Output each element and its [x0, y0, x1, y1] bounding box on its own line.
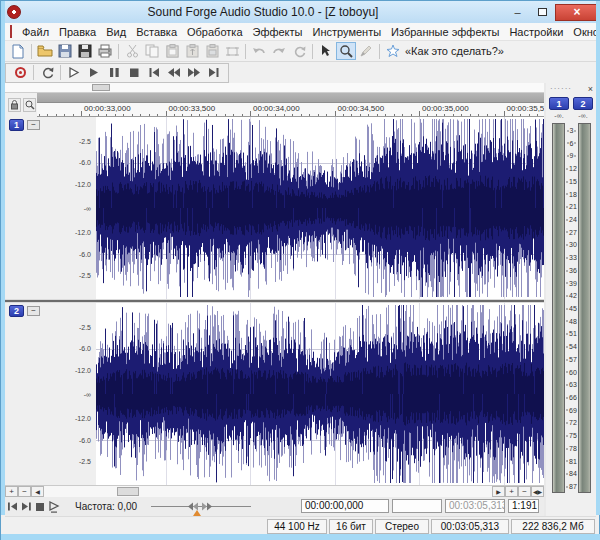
ruler-minor-tick: [436, 114, 437, 116]
open-button[interactable]: [35, 42, 55, 60]
undo-button[interactable]: [249, 42, 269, 60]
forward-button[interactable]: [184, 64, 204, 82]
menu-item-1[interactable]: Файл: [17, 24, 54, 40]
paste-insert-button[interactable]: [182, 42, 202, 60]
maximize-button[interactable]: [530, 4, 555, 21]
zoom-in-button[interactable]: +: [505, 486, 518, 497]
menu-item-6[interactable]: Эффекты: [248, 24, 308, 40]
menu-item-8[interactable]: Избранные эффекты: [386, 24, 504, 40]
magnify-corner-button[interactable]: [23, 98, 36, 112]
ruler-major-tick: [419, 111, 420, 116]
scroll-right-button[interactable]: ▶: [492, 486, 505, 497]
menu-item-3[interactable]: Вид: [101, 24, 131, 40]
lock-button[interactable]: [8, 98, 21, 112]
ruler-minor-tick: [115, 114, 116, 116]
channel-2-collapse-button[interactable]: −: [27, 306, 40, 316]
scrub-slider[interactable]: [151, 500, 251, 514]
repeat-button[interactable]: [289, 42, 309, 60]
scrub-center-marker: [193, 510, 201, 516]
menu-item-2[interactable]: Правка: [54, 24, 101, 40]
print-icon: [97, 44, 113, 58]
trim-button[interactable]: [222, 42, 242, 60]
pencil-tool-button[interactable]: [356, 42, 376, 60]
meter-channel-1-button[interactable]: 1: [549, 97, 569, 110]
ruler-minor-tick: [275, 114, 276, 116]
position-display[interactable]: 00:00:00,000: [301, 499, 389, 513]
magnify-tool-button[interactable]: [336, 42, 356, 60]
howto-label[interactable]: «Как это сделать?»: [405, 45, 504, 57]
save-button[interactable]: [55, 42, 75, 60]
new-file-button[interactable]: [8, 42, 28, 60]
mini-play-button[interactable]: [47, 500, 61, 514]
zoom-in-time-button[interactable]: +: [5, 486, 18, 497]
db-label--12.0: -12.0: [75, 415, 91, 422]
channel-2-badge[interactable]: 2: [9, 305, 24, 317]
time-ruler[interactable]: 00:00:33,00000:00:33,50000:00:34,00000:0…: [37, 103, 544, 117]
channel-1-badge[interactable]: 1: [9, 119, 24, 131]
save-as-button[interactable]: [75, 42, 95, 60]
document-icon[interactable]: [10, 25, 12, 38]
cut-button[interactable]: [122, 42, 142, 60]
ruler-minor-tick: [487, 114, 488, 116]
menu-item-4[interactable]: Вставка: [131, 24, 182, 40]
hscroll-track[interactable]: [44, 486, 492, 497]
pause-button[interactable]: [104, 64, 124, 82]
ruler-label-2: 00:00:34,000: [253, 104, 300, 113]
level-meter-right: [578, 123, 591, 493]
position-band[interactable]: [37, 93, 544, 103]
loop-playback-button[interactable]: [37, 64, 57, 82]
ruler-minor-tick: [267, 114, 268, 116]
waveform-channel-2[interactable]: [96, 303, 544, 485]
meter-channel-2-button[interactable]: 2: [573, 97, 593, 110]
mini-go-start-button[interactable]: [5, 500, 19, 514]
mini-go-end-button[interactable]: [19, 500, 33, 514]
redo-button[interactable]: [269, 42, 289, 60]
channel-1-collapse-button[interactable]: −: [27, 120, 40, 130]
db-label--6.0: -6.0: [79, 251, 91, 258]
overview-thumb[interactable]: [92, 84, 110, 91]
print-button[interactable]: [95, 42, 115, 60]
play-button[interactable]: [84, 64, 104, 82]
ruler-minor-tick: [174, 114, 175, 116]
overview-bar[interactable]: [5, 83, 544, 93]
go-to-start-icon: [148, 66, 160, 79]
edit-tool-button[interactable]: [316, 42, 336, 60]
length-display[interactable]: 00:03:05,313: [445, 499, 505, 513]
scroll-left-button[interactable]: ◀: [31, 486, 44, 497]
paste-mix-button[interactable]: [202, 42, 222, 60]
record-button[interactable]: [10, 64, 30, 82]
save-as-icon: [78, 44, 92, 58]
go-to-start-button[interactable]: [144, 64, 164, 82]
stop-button[interactable]: [124, 64, 144, 82]
meter-close-button[interactable]: ×: [588, 84, 593, 94]
go-to-end-icon: [208, 66, 220, 79]
go-to-end-button[interactable]: [204, 64, 224, 82]
waveform-channel-1[interactable]: [96, 117, 544, 299]
menu-item-7[interactable]: Инструменты: [308, 24, 387, 40]
meter-tick-45: 45: [565, 305, 578, 312]
cut-scissors-icon: [126, 44, 139, 58]
minimize-button[interactable]: –: [505, 4, 530, 21]
howto-button[interactable]: [383, 42, 403, 60]
zoom-ratio-display[interactable]: 1:191: [508, 499, 539, 513]
meter-grip-icon[interactable]: ······: [550, 86, 572, 92]
menu-bar: ФайлПравкаВидВставкаОбработкаЭффектыИнст…: [5, 23, 596, 41]
close-button[interactable]: ×: [555, 4, 599, 21]
zoom-out-button[interactable]: −: [518, 486, 531, 497]
copy-button[interactable]: [142, 42, 162, 60]
selection-display[interactable]: [392, 499, 442, 513]
db-label--2.5: -2.5: [79, 138, 91, 145]
hscroll-thumb[interactable]: [117, 487, 139, 496]
play-all-button[interactable]: [64, 64, 84, 82]
ruler-minor-tick: [478, 114, 479, 116]
meter-tick-54: 54: [565, 343, 578, 350]
meter-tick-6: 6: [565, 139, 578, 146]
zoom-out-time-button[interactable]: −: [18, 486, 31, 497]
meter-tick-69: 69: [565, 406, 578, 413]
menu-item-5[interactable]: Обработка: [182, 24, 247, 40]
menu-item-9[interactable]: Настройки: [504, 24, 568, 40]
paste-button[interactable]: [162, 42, 182, 60]
mini-stop-button[interactable]: [33, 500, 47, 514]
rewind-button[interactable]: [164, 64, 184, 82]
zoom-fit-button[interactable]: ◀▶: [531, 486, 544, 497]
